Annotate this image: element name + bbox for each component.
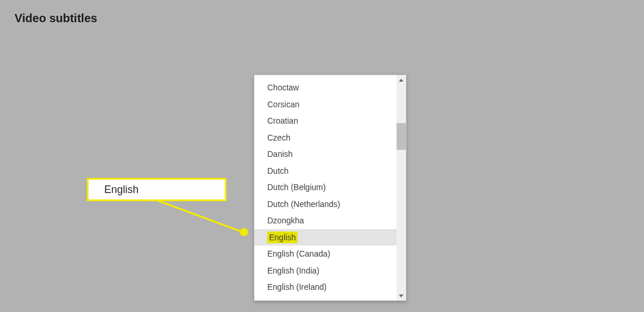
dropdown-item[interactable]: Dutch (Netherlands): [254, 196, 397, 213]
dropdown-list: ChoctawCorsicanCroatianCzechDanishDutchD…: [254, 75, 397, 300]
scroll-down-button[interactable]: [397, 291, 406, 300]
dropdown-item[interactable]: Danish: [254, 146, 397, 163]
highlighted-label: English: [267, 232, 298, 243]
dropdown-item[interactable]: English (India): [254, 262, 397, 279]
dropdown-item[interactable]: Dutch: [254, 163, 397, 180]
dropdown-item[interactable]: English: [254, 229, 397, 246]
arrow-annotation: [157, 199, 256, 240]
svg-point-1: [240, 228, 248, 236]
language-dropdown[interactable]: ChoctawCorsicanCroatianCzechDanishDutchD…: [254, 75, 406, 301]
callout-label: English: [87, 178, 227, 201]
svg-line-0: [158, 201, 243, 232]
chevron-down-icon: [399, 295, 404, 297]
scroll-up-button[interactable]: [397, 75, 406, 85]
scrollbar-thumb[interactable]: [397, 123, 406, 150]
dropdown-item[interactable]: Dzongkha: [254, 212, 397, 229]
dropdown-item[interactable]: English (United Kingdom): [254, 296, 397, 301]
dropdown-item[interactable]: Croatian: [254, 113, 397, 129]
dropdown-item[interactable]: English (Canada): [254, 246, 397, 262]
dropdown-item[interactable]: Corsican: [254, 96, 397, 113]
callout-text: English: [104, 184, 139, 196]
dropdown-item[interactable]: Czech: [254, 129, 397, 146]
page-title: Video subtitles: [15, 12, 97, 25]
dropdown-item[interactable]: English (Ireland): [254, 279, 397, 296]
chevron-up-icon: [399, 79, 404, 82]
dropdown-item[interactable]: Choctaw: [254, 79, 397, 96]
scrollbar-track[interactable]: [397, 75, 406, 300]
dropdown-item[interactable]: Dutch (Belgium): [254, 179, 397, 196]
